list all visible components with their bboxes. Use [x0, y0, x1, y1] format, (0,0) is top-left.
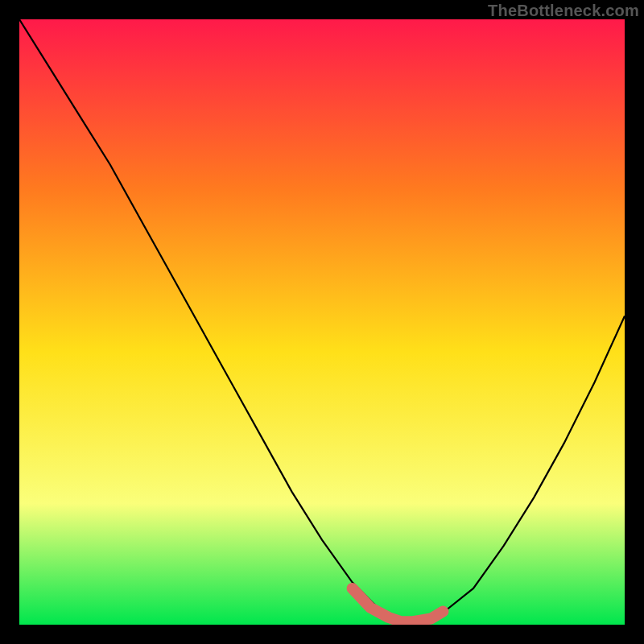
chart-svg: [19, 19, 625, 625]
chart-frame: [19, 19, 625, 625]
watermark-label: TheBottleneck.com: [488, 2, 639, 20]
gradient-bg: [19, 19, 625, 625]
